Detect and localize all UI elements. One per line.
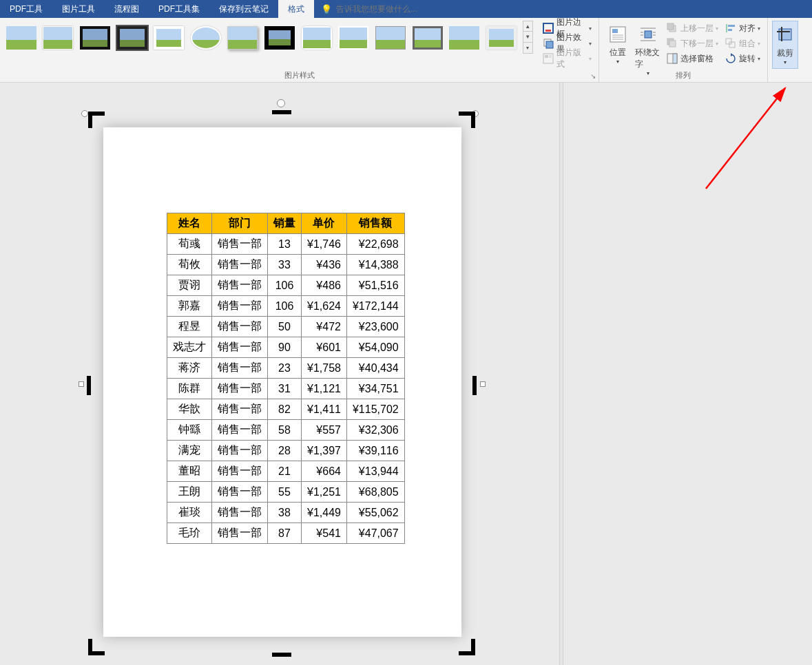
- group-arrange: 位置 ▾ 环绕文字 ▾ 上移一层 ▾ 下移一层 ▾: [599, 18, 768, 82]
- table-cell: 21: [268, 461, 302, 482]
- group-launcher-styles[interactable]: ↘: [590, 72, 596, 80]
- align-label: 对齐: [739, 23, 756, 34]
- table-cell: ¥34,751: [346, 379, 404, 399]
- table-cell: 毛玠: [167, 523, 212, 544]
- crop-label: 裁剪: [777, 48, 793, 59]
- align-button[interactable]: 对齐 ▾: [722, 21, 763, 36]
- table-cell: ¥664: [302, 461, 347, 482]
- bulb-icon: 💡: [321, 4, 332, 14]
- crop-side-top[interactable]: [272, 110, 291, 114]
- table-cell: 销售一部: [212, 461, 268, 482]
- table-cell: ¥115,702: [346, 399, 404, 420]
- style-thumb-9[interactable]: [300, 21, 334, 55]
- group-objects-button[interactable]: 组合 ▾: [722, 36, 763, 51]
- table-row: 戏志才销售一部90¥601¥54,090: [167, 337, 405, 358]
- tab-pdf-tools[interactable]: PDF工具: [0, 0, 52, 18]
- tab-pdf-toolset[interactable]: PDF工具集: [149, 0, 209, 18]
- send-backward-icon: [667, 38, 678, 49]
- style-thumb-4[interactable]: [115, 21, 149, 55]
- style-thumb-6[interactable]: [189, 21, 223, 55]
- crop-corner-tl[interactable]: [88, 112, 105, 128]
- ribbon: ▲ ▼ ▾ 图片边框 ▾ 图片效果 ▾: [0, 18, 812, 83]
- wrap-text-icon: [637, 23, 659, 45]
- style-thumb-14[interactable]: [484, 21, 519, 55]
- selection-handle-left[interactable]: [79, 381, 84, 387]
- table-cell: ¥1,397: [302, 441, 347, 461]
- table-cell: 106: [268, 296, 302, 317]
- tell-me-search[interactable]: 💡: [321, 4, 460, 14]
- table-cell: 90: [268, 337, 302, 358]
- group-picture-styles: ▲ ▼ ▾ 图片边框 ▾ 图片效果 ▾: [0, 18, 599, 82]
- crop-side-left[interactable]: [87, 376, 91, 395]
- tab-save-cloud-note[interactable]: 保存到云笔记: [209, 0, 278, 18]
- table-cell: 33: [268, 255, 302, 275]
- send-backward-button[interactable]: 下移一层 ▾: [664, 36, 721, 51]
- panel-divider[interactable]: [559, 83, 563, 665]
- picture-layout-label: 图片版式: [556, 47, 587, 70]
- selection-pane-button[interactable]: 选择窗格: [664, 51, 721, 66]
- table-cell: ¥54,090: [346, 337, 404, 358]
- selection-handle-right[interactable]: [480, 381, 486, 387]
- table-row: 毛玠销售一部87¥541¥47,067: [167, 523, 405, 544]
- th-dept: 部门: [212, 213, 268, 234]
- table-cell: 钟繇: [167, 420, 212, 441]
- bring-forward-icon: [667, 23, 678, 34]
- svg-rect-1: [545, 30, 551, 32]
- table-cell: ¥39,116: [346, 441, 404, 461]
- th-price: 单价: [302, 213, 347, 234]
- style-thumb-8[interactable]: [262, 21, 297, 55]
- bring-forward-label: 上移一层: [680, 23, 714, 34]
- send-backward-label: 下移一层: [680, 38, 714, 50]
- style-thumb-2[interactable]: [41, 21, 76, 55]
- table-cell: 销售一部: [212, 275, 268, 296]
- tell-me-input[interactable]: [336, 4, 460, 14]
- crop-side-right[interactable]: [472, 376, 477, 395]
- svg-rect-13: [645, 31, 652, 38]
- crop-corner-bl[interactable]: [88, 639, 105, 655]
- table-cell: 华歆: [167, 399, 212, 420]
- style-thumb-5[interactable]: [152, 21, 186, 55]
- tab-format[interactable]: 格式: [278, 0, 314, 18]
- dropdown-icon: ▾: [784, 59, 787, 65]
- style-thumb-7[interactable]: [226, 21, 260, 55]
- selection-pane-icon: [667, 53, 678, 64]
- gallery-more-button[interactable]: ▾: [523, 43, 533, 54]
- bring-forward-button[interactable]: 上移一层 ▾: [664, 21, 721, 36]
- picture-layout-button[interactable]: 图片版式 ▾: [540, 51, 594, 66]
- table-cell: ¥32,306: [346, 420, 404, 441]
- table-cell: ¥14,388: [346, 255, 404, 275]
- table-cell: ¥13,944: [346, 461, 404, 482]
- table-cell: 戏志才: [167, 337, 212, 358]
- style-thumb-12[interactable]: [410, 21, 445, 55]
- document-page[interactable]: 姓名 部门 销量 单价 销售额 荀彧销售一部13¥1,746¥22,698荀攸销…: [103, 127, 461, 637]
- svg-rect-3: [546, 41, 553, 48]
- table-cell: ¥22,698: [346, 234, 404, 255]
- crop-button[interactable]: 裁剪 ▾: [772, 21, 798, 69]
- gallery-up-button[interactable]: ▲: [523, 21, 533, 32]
- style-thumb-1[interactable]: [4, 21, 39, 55]
- style-thumb-13[interactable]: [447, 21, 481, 55]
- table-cell: 崔琰: [167, 503, 212, 523]
- style-thumb-11[interactable]: [373, 21, 408, 55]
- svg-rect-25: [673, 54, 677, 63]
- crop-corner-br[interactable]: [459, 639, 475, 655]
- style-thumb-3[interactable]: [78, 21, 112, 55]
- selection-handle-ml[interactable]: [81, 110, 88, 117]
- rotate-button[interactable]: 旋转 ▾: [722, 51, 763, 66]
- tab-flowchart[interactable]: 流程图: [105, 0, 149, 18]
- crop-side-bottom[interactable]: [272, 653, 291, 657]
- table-cell: 荀攸: [167, 255, 212, 275]
- dropdown-icon: ▾: [758, 25, 760, 32]
- crop-corner-tr[interactable]: [459, 112, 475, 128]
- dropdown-icon: ▾: [716, 25, 718, 32]
- style-thumb-10[interactable]: [336, 21, 371, 55]
- tab-image-tools[interactable]: 图片工具: [52, 0, 105, 18]
- table-cell: 王朗: [167, 482, 212, 503]
- table-row: 荀彧销售一部13¥1,746¥22,698: [167, 234, 405, 255]
- rotate-handle[interactable]: [277, 99, 285, 107]
- table-cell: ¥172,144: [346, 296, 404, 317]
- wrap-text-label: 环绕文字: [635, 47, 661, 70]
- gallery-down-button[interactable]: ▼: [523, 32, 533, 43]
- table-row: 崔琰销售一部38¥1,449¥55,062: [167, 503, 405, 523]
- table-cell: 荀彧: [167, 234, 212, 255]
